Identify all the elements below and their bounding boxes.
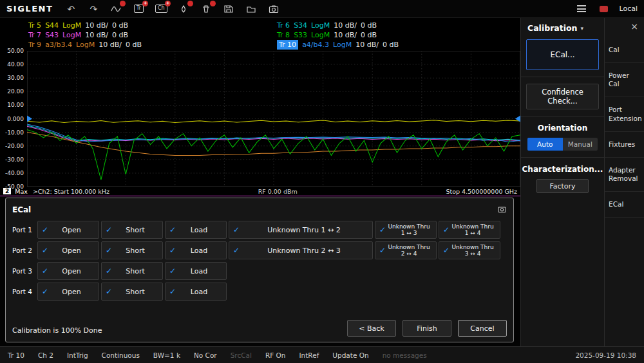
ecal-open-cell[interactable]: ✓ Open	[37, 283, 99, 301]
menu-item-power-cal[interactable]: Power Cal	[605, 63, 644, 97]
ecal-load-cell[interactable]: ✓ Load	[165, 241, 227, 259]
ecal-open-cell[interactable]: ✓ Open	[37, 241, 99, 259]
trace-legend-entry-tr9[interactable]: Tr 9 a3/b3.4 LogM 10 dB/ 0 dB	[28, 40, 277, 50]
add-channel-icon[interactable]: Ch +	[155, 3, 167, 15]
ecal-thru-cell[interactable]: ✓ Unknown Thru 1 ↔ 3	[375, 221, 437, 239]
trace-parameter: S33	[294, 30, 307, 40]
ecal-cell-label: Unknown Thru 3 ↔ 4	[450, 244, 496, 257]
notification-badge	[120, 1, 126, 6]
dialog-screenshot-icon[interactable]	[497, 203, 507, 216]
check-icon: ✓	[106, 225, 112, 234]
ecal-row-port1: Port 1 ✓ Open ✓ Short ✓ Load	[12, 221, 507, 239]
delete-trace-icon[interactable]	[200, 3, 213, 15]
start-frequency-label[interactable]: >Ch2: Start 100.000 kHz	[33, 188, 109, 195]
local-label[interactable]: Local	[619, 5, 638, 13]
check-icon: ✓	[42, 246, 48, 255]
cancel-button[interactable]: Cancel	[458, 320, 507, 337]
ecal-cell-label: Load	[176, 267, 222, 275]
menu-item-ecal[interactable]: ECal	[605, 192, 644, 218]
ecal-load-cell[interactable]: ✓ Load	[165, 283, 227, 301]
port-label: Port 2	[12, 241, 35, 259]
ecal-thru-cell[interactable]: ✓ Unknown Thru 1 ↔ 4	[439, 221, 500, 239]
ecal-open-cell[interactable]: ✓ Open	[37, 221, 99, 239]
y-axis-tick: -50.00	[5, 183, 24, 190]
srccal-status[interactable]: SrcCal	[231, 351, 252, 359]
trace-plot[interactable]	[27, 51, 520, 187]
trace-legend-entry-tr8[interactable]: Tr 8 S33 LogM 10 dB/ 0 dB	[277, 30, 520, 40]
trace-scale: 10 dB/	[334, 30, 357, 40]
trigger-status[interactable]: IntTrig	[67, 351, 88, 359]
ecal-cell-label: Load	[176, 288, 222, 296]
trace-format: LogM	[62, 21, 81, 30]
system-menu-icon[interactable]	[575, 3, 588, 15]
ecal-dialog: ECal Port 1 ✓ Open	[5, 198, 514, 342]
ecal-load-cell[interactable]: ✓ Load	[165, 262, 227, 280]
ecal-thru-cell[interactable]: ✓ Unknown Thru 2 ↔ 3	[229, 241, 373, 259]
y-axis-tick: -30.00	[5, 156, 24, 163]
chevron-down-icon[interactable]: ▾	[580, 25, 583, 32]
add-badge: +	[142, 1, 148, 6]
trace-legend-entry-tr5[interactable]: Tr 5 S44 LogM 10 dB/ 0 dB	[28, 21, 277, 30]
close-icon[interactable]: ×	[630, 22, 638, 31]
correction-status[interactable]: No Cor	[194, 351, 217, 359]
redo-icon[interactable]: ↷	[87, 3, 100, 15]
ecal-thru-cell[interactable]: ✓ Unknown Thru 1 ↔ 2	[229, 221, 373, 239]
siglent-logo: SIGLENT	[6, 4, 53, 14]
screenshot-icon[interactable]	[267, 3, 280, 15]
remote-status-icon[interactable]	[597, 3, 610, 15]
active-channel-indicator[interactable]: Ch 2	[38, 351, 53, 359]
ecal-cell-label: Short	[112, 247, 158, 255]
ecal-open-cell[interactable]: ✓ Open	[37, 262, 99, 280]
stop-frequency-label[interactable]: Stop 4.500000000 GHz	[446, 188, 517, 195]
ecal-thru-cell[interactable]: ✓ Unknown Thru 3 ↔ 4	[439, 241, 500, 259]
factory-button[interactable]: Factory	[536, 179, 589, 193]
orientation-manual-option[interactable]: Manual	[563, 138, 598, 151]
ecal-short-cell[interactable]: ✓ Short	[101, 262, 163, 280]
check-icon: ✓	[169, 225, 176, 234]
marker-icon[interactable]	[109, 3, 122, 15]
bandwidth-status[interactable]: BW=1 k	[153, 351, 180, 359]
active-trace-indicator[interactable]: Tr 10	[8, 351, 24, 359]
reference-status[interactable]: IntRef	[299, 351, 319, 359]
ecal-short-cell[interactable]: ✓ Short	[101, 241, 163, 259]
ecal-row-port2: Port 2 ✓ Open ✓ Short ✓ Load	[12, 241, 507, 259]
topbar: SIGLENT ↶ ↷ Tr + Ch +	[0, 0, 644, 18]
sweep-status[interactable]: Continuous	[102, 351, 140, 359]
trace-ref: 0 dB	[361, 30, 377, 40]
ecal-thru-cell[interactable]: ✓ Unknown Thru 2 ↔ 4	[375, 241, 437, 259]
save-icon[interactable]	[222, 3, 235, 15]
recall-folder-icon[interactable]	[245, 3, 258, 15]
trace-legend-entry-tr10-active[interactable]: Tr 10 a4/b4.3 LogM 10 dB/ 0 dB	[277, 40, 520, 50]
divider	[521, 116, 604, 116]
trace-color-icon[interactable]	[177, 3, 190, 15]
toolbar: ↶ ↷ Tr + Ch +	[64, 3, 280, 15]
rf-power-label[interactable]: RF 0.00 dBm	[258, 188, 298, 195]
menu-item-port-extension[interactable]: Port Extension	[605, 97, 644, 131]
ecal-cell-label: Load	[176, 247, 222, 255]
trace-ref: 0 dB	[126, 40, 142, 50]
finish-button[interactable]: Finish	[402, 320, 451, 337]
orientation-auto-option[interactable]: Auto	[527, 138, 563, 151]
ecal-cell-label: Open	[48, 288, 95, 296]
check-icon: ✓	[233, 225, 240, 234]
ecal-button[interactable]: ECal...	[526, 39, 599, 70]
update-status[interactable]: Update On	[332, 351, 368, 359]
menu-item-fixtures[interactable]: Fixtures	[605, 132, 644, 158]
ecal-short-cell[interactable]: ✓ Short	[101, 221, 163, 239]
back-button[interactable]: < Back	[347, 320, 396, 337]
undo-icon[interactable]: ↶	[64, 3, 77, 15]
trace-legend-entry-tr6[interactable]: Tr 6 S34 LogM 10 dB/ 0 dB	[277, 21, 520, 30]
add-trace-icon[interactable]: Tr +	[132, 3, 145, 15]
ecal-load-cell[interactable]: ✓ Load	[165, 221, 227, 239]
confidence-check-button[interactable]: Confidence Check...	[526, 84, 599, 109]
graph-footer: 2 Max >Ch2: Start 100.000 kHz RF 0.00 dB…	[0, 187, 520, 196]
check-icon: ✓	[443, 246, 450, 255]
menu-item-adapter-removal[interactable]: Adapter Removal	[605, 158, 644, 192]
trace-legend: Tr 5 S44 LogM 10 dB/ 0 dB Tr 6 S34 LogM …	[0, 18, 520, 51]
trace-legend-entry-tr7[interactable]: Tr 7 S43 LogM 10 dB/ 0 dB	[28, 30, 277, 40]
rf-status[interactable]: RF On	[265, 351, 286, 359]
notification-badge	[187, 1, 193, 6]
port-label: Port 3	[12, 262, 35, 280]
menu-item-cal[interactable]: Cal	[605, 37, 644, 63]
ecal-short-cell[interactable]: ✓ Short	[101, 283, 163, 301]
